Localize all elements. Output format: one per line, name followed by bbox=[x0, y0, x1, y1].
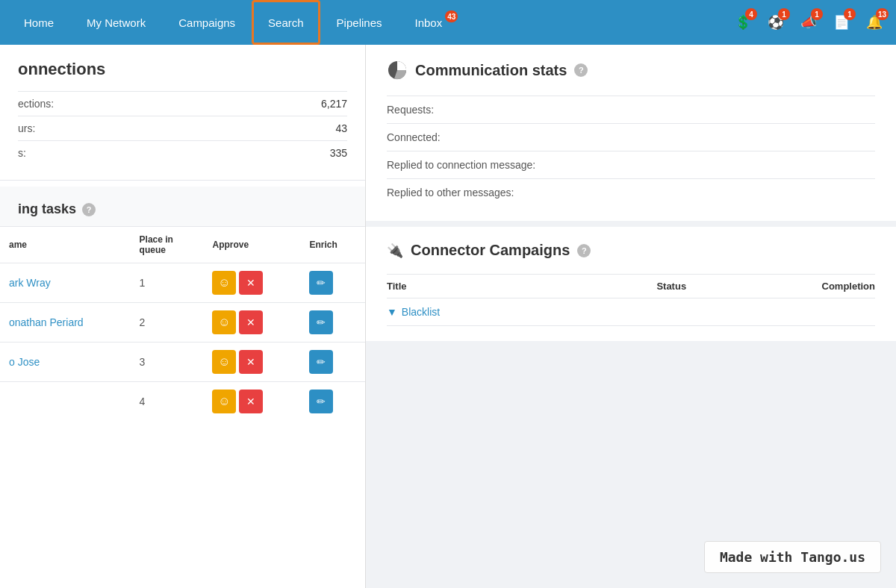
megaphone-badge: 1 bbox=[811, 8, 823, 20]
person-name-link[interactable]: ark Wray bbox=[9, 277, 51, 289]
bell-badge: 13 bbox=[876, 8, 889, 20]
connector-campaigns-help-icon[interactable]: ? bbox=[577, 244, 591, 257]
navbar: Home My Network Campaigns Search Pipelin… bbox=[0, 0, 896, 45]
watermark: Made with Tango.us bbox=[704, 541, 881, 573]
col-enrich: Enrich bbox=[300, 227, 365, 263]
connections-value: 6,217 bbox=[208, 92, 347, 116]
connections-card: onnections ections: 6,217 urs: 43 s: 335 bbox=[0, 45, 365, 181]
table-row: ark Wray 1 ☺ ✕ ✏ bbox=[0, 263, 365, 303]
replied-connection-label: Replied to connection message: bbox=[387, 159, 875, 171]
comm-stats-help-icon[interactable]: ? bbox=[574, 63, 588, 77]
hours-label: urs: bbox=[18, 116, 208, 141]
other-label: s: bbox=[18, 141, 208, 166]
tasks-header-row: ame Place inqueue Approve Enrich bbox=[0, 227, 365, 263]
communication-stats-card: Communication stats ? Requests: Connecte… bbox=[366, 45, 896, 221]
inbox-label: Inbox bbox=[414, 16, 442, 29]
pending-title: ing tasks bbox=[18, 201, 76, 217]
connections-label: ections: bbox=[18, 92, 208, 116]
table-row: onathan Periard 2 ☺ ✕ ✏ bbox=[0, 303, 365, 343]
pending-header: ing tasks ? bbox=[0, 201, 365, 226]
campaigns-table: Title Status Completion ▼ Blacklist bbox=[387, 274, 875, 326]
nav-icon-megaphone[interactable]: 📣 1 bbox=[794, 8, 823, 37]
hours-value: 43 bbox=[208, 116, 347, 141]
connected-label: Connected: bbox=[387, 131, 875, 143]
action-buttons: ☺ ✕ bbox=[212, 271, 291, 295]
reject-button[interactable]: ✕ bbox=[239, 350, 263, 374]
pending-tasks-section: ing tasks ? ame Place inqueue Approve En… bbox=[0, 187, 365, 421]
filter-icon: ▼ bbox=[387, 306, 397, 318]
table-row: o Jose 3 ☺ ✕ ✏ bbox=[0, 343, 365, 382]
nav-inbox[interactable]: Inbox 43 bbox=[398, 0, 473, 45]
nav-pipelines[interactable]: Pipelines bbox=[320, 0, 399, 45]
approve-button[interactable]: ☺ bbox=[212, 350, 236, 374]
table-row: ▼ Blacklist bbox=[387, 298, 875, 326]
comm-row-replied-connection: Replied to connection message: bbox=[387, 151, 875, 178]
action-buttons: ☺ ✕ bbox=[212, 390, 291, 413]
globe-badge: 1 bbox=[778, 8, 790, 20]
left-panel: onnections ections: 6,217 urs: 43 s: 335 bbox=[0, 45, 366, 588]
reject-button[interactable]: ✕ bbox=[239, 390, 263, 413]
person-name-link[interactable]: onathan Periard bbox=[9, 316, 84, 328]
comm-stats-label: Communication stats bbox=[415, 62, 567, 79]
nav-search[interactable]: Search bbox=[252, 0, 320, 45]
main-content: onnections ections: 6,217 urs: 43 s: 335 bbox=[0, 45, 896, 588]
col-queue: Place inqueue bbox=[131, 227, 204, 263]
replied-other-label: Replied to other messages: bbox=[387, 187, 875, 198]
approve-button[interactable]: ☺ bbox=[212, 271, 236, 295]
action-buttons: ☺ ✕ bbox=[212, 310, 291, 334]
pending-help-icon[interactable]: ? bbox=[82, 203, 96, 216]
person-name-link[interactable]: o Jose bbox=[9, 356, 40, 368]
col-name: ame bbox=[0, 227, 131, 263]
connector-campaigns-title: 🔌 Connector Campaigns ? bbox=[387, 242, 875, 259]
comm-row-connected: Connected: bbox=[387, 123, 875, 151]
pending-tasks-table: ame Place inqueue Approve Enrich ark Wra… bbox=[0, 226, 365, 421]
connections-title: onnections bbox=[18, 60, 347, 79]
requests-label: Requests: bbox=[387, 104, 875, 116]
approve-button[interactable]: ☺ bbox=[212, 310, 236, 334]
enrich-button[interactable]: ✏ bbox=[309, 271, 333, 295]
enrich-button[interactable]: ✏ bbox=[309, 390, 333, 413]
comm-row-requests: Requests: bbox=[387, 96, 875, 123]
enrich-button[interactable]: ✏ bbox=[309, 350, 333, 374]
blacklist-link[interactable]: ▼ Blacklist bbox=[387, 306, 530, 318]
comm-stats-title: Communication stats ? bbox=[387, 60, 875, 81]
comm-row-replied-other: Replied to other messages: bbox=[387, 178, 875, 206]
table-row: ections: 6,217 bbox=[18, 92, 347, 116]
enrich-button[interactable]: ✏ bbox=[309, 310, 333, 334]
plug-icon: 🔌 bbox=[387, 243, 403, 259]
col-status: Status bbox=[530, 275, 731, 298]
table-row: s: 335 bbox=[18, 141, 347, 166]
table-row: 4 ☺ ✕ ✏ bbox=[0, 382, 365, 422]
status-cell bbox=[530, 298, 731, 326]
nav-my-network[interactable]: My Network bbox=[70, 0, 162, 45]
nav-icon-document[interactable]: 📄 1 bbox=[827, 8, 856, 37]
connector-campaigns-label: Connector Campaigns bbox=[411, 242, 570, 259]
connections-stats-table: ections: 6,217 urs: 43 s: 335 bbox=[18, 91, 347, 165]
completion-cell bbox=[731, 298, 875, 326]
nav-icon-dollar[interactable]: 💲 4 bbox=[729, 8, 757, 37]
queue-position: 3 bbox=[131, 343, 204, 382]
document-badge: 1 bbox=[844, 8, 856, 20]
nav-home[interactable]: Home bbox=[7, 0, 70, 45]
col-approve: Approve bbox=[203, 227, 300, 263]
approve-button[interactable]: ☺ bbox=[212, 390, 236, 413]
right-panel: Communication stats ? Requests: Connecte… bbox=[366, 45, 896, 588]
connector-campaigns-card: 🔌 Connector Campaigns ? Title Status Com… bbox=[366, 227, 896, 341]
nav-campaigns[interactable]: Campaigns bbox=[162, 0, 252, 45]
col-title: Title bbox=[387, 275, 530, 298]
reject-button[interactable]: ✕ bbox=[239, 271, 263, 295]
queue-position: 2 bbox=[131, 303, 204, 343]
reject-button[interactable]: ✕ bbox=[239, 310, 263, 334]
inbox-badge: 43 bbox=[445, 10, 458, 22]
nav-icon-globe[interactable]: ⚽ 1 bbox=[762, 8, 790, 37]
queue-position: 4 bbox=[131, 382, 204, 422]
table-row: urs: 43 bbox=[18, 116, 347, 141]
col-completion: Completion bbox=[731, 275, 875, 298]
blacklist-label: Blacklist bbox=[402, 306, 440, 318]
action-buttons: ☺ ✕ bbox=[212, 350, 291, 374]
nav-icons: 💲 4 ⚽ 1 📣 1 📄 1 🔔 13 bbox=[729, 8, 889, 37]
dollar-badge: 4 bbox=[745, 8, 757, 20]
queue-position: 1 bbox=[131, 263, 204, 303]
campaigns-header-row: Title Status Completion bbox=[387, 275, 875, 298]
nav-icon-bell[interactable]: 🔔 13 bbox=[860, 8, 889, 37]
